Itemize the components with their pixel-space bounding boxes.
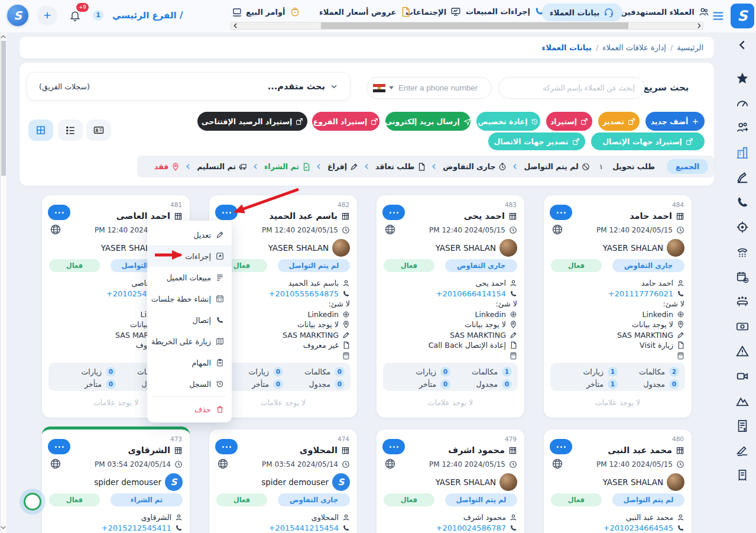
card-menu-button[interactable]: [550, 205, 572, 220]
menu-item-customer-sales[interactable]: مبيعات العميل: [147, 267, 232, 288]
pos-terminal-icon[interactable]: [232, 7, 242, 18]
advanced-search-box[interactable]: بحث متقدم... (سجلات الفريق): [27, 72, 351, 101]
stage-lost[interactable]: فقد: [154, 162, 180, 171]
nav-item-meetings[interactable]: الإجتماعات: [405, 7, 461, 17]
export-contacts-button[interactable]: تصدير جهات الاتصال: [488, 133, 585, 150]
import-contacts-button[interactable]: إستيراد جهات الإتصال: [591, 133, 705, 150]
stage-badge[interactable]: جارى التفاوض: [278, 493, 350, 506]
grid-view-button[interactable]: [28, 119, 53, 141]
list-view-button[interactable]: [58, 119, 83, 141]
menu-item-call[interactable]: إتصال: [147, 309, 232, 331]
page-vertical-scrollbar[interactable]: [0, 33, 7, 533]
nav-item-customer-quotes[interactable]: عروض أسعار العملاء: [319, 7, 411, 17]
card-menu-button[interactable]: [48, 205, 70, 220]
menu-item-map-visit[interactable]: زيارة على الخريطة: [147, 331, 232, 352]
globe-icon[interactable]: [384, 458, 396, 470]
nav-item-sales-actions[interactable]: إجراءات المبيعات: [466, 7, 544, 16]
globe-icon[interactable]: [551, 224, 563, 235]
stage-negotiating[interactable]: جارى التفاوض: [443, 162, 507, 171]
desk-lamp-icon[interactable]: [736, 171, 749, 184]
stage-not-contacted[interactable]: لم يتم التواصل: [524, 162, 589, 171]
export-button[interactable]: تصدير: [598, 112, 640, 131]
nav-item-targeted-customers[interactable]: العملاء المستهدفين: [621, 7, 709, 17]
scroll-down-icon[interactable]: [0, 524, 7, 531]
company-avatar[interactable]: S: [7, 5, 28, 26]
stage-delivered[interactable]: تم التسليم: [197, 162, 247, 171]
target-icon[interactable]: [736, 221, 749, 234]
scroll-up-icon[interactable]: [0, 33, 7, 41]
card-menu-button[interactable]: [382, 205, 405, 220]
stage-badge[interactable]: جارى التفاوض: [445, 259, 517, 272]
stage-contract-request[interactable]: طلب تعاقد: [375, 162, 426, 171]
add-new-button[interactable]: أضف جديد: [645, 112, 705, 131]
import-button[interactable]: إستيراد: [546, 112, 592, 131]
globe-icon[interactable]: [384, 224, 396, 235]
import-opening-balance-button[interactable]: إستيراد الرصيد الإفتتاحى: [197, 112, 307, 131]
phone-number[interactable]: +2015441215454: [269, 524, 339, 532]
phone-number[interactable]: +2010234664545: [603, 524, 673, 532]
menu-item-actions[interactable]: إجراءات: [147, 245, 232, 267]
menu-item-delete[interactable]: حذف: [147, 399, 232, 420]
phone-number[interactable]: +201117776021: [608, 289, 673, 298]
stage-emptying[interactable]: إفراغ: [327, 162, 358, 171]
card-menu-button[interactable]: [382, 439, 405, 454]
phone-number[interactable]: +2010666414154: [436, 289, 506, 298]
cash-icon[interactable]: [736, 320, 749, 333]
building-icon[interactable]: [736, 146, 749, 159]
nav-item-customer-data[interactable]: بيانات العملاء: [541, 4, 622, 21]
nav-scroll-left-icon[interactable]: [232, 22, 239, 30]
flag-dropdown-caret-icon[interactable]: [389, 86, 394, 89]
nav-scroll-right-icon[interactable]: [695, 22, 703, 30]
globe-icon[interactable]: [551, 458, 563, 470]
stage-badge[interactable]: جارى التفاوض: [612, 259, 684, 272]
card-menu-button[interactable]: [550, 439, 572, 454]
breadcrumb-home[interactable]: الرئيسية: [677, 43, 703, 52]
video-camera-icon[interactable]: [736, 370, 749, 383]
advanced-search-label[interactable]: بحث متقدم...: [268, 82, 325, 91]
signature-pen-icon[interactable]: [736, 444, 749, 457]
floating-action-button[interactable]: [24, 493, 41, 511]
phone-number[interactable]: +2010024586787: [436, 524, 506, 532]
gauge-icon[interactable]: [736, 96, 749, 109]
stage-transfer-request[interactable]: طلب تحويل: [612, 162, 655, 171]
stage-all[interactable]: الجميع: [667, 159, 708, 174]
user-arrows-icon[interactable]: [736, 121, 749, 134]
calendar-plus-icon[interactable]: [736, 270, 749, 283]
company-search-input[interactable]: [498, 77, 645, 99]
stage-purchased[interactable]: تم الشراء: [264, 162, 310, 171]
invoice-dollar-icon[interactable]: [736, 419, 749, 432]
menu-item-tasks[interactable]: المهام: [147, 352, 232, 373]
card-menu-button[interactable]: [215, 205, 238, 220]
stage-badge[interactable]: تم الشراء: [111, 493, 183, 506]
meeting-group-icon[interactable]: [736, 295, 749, 308]
breadcrumb-section[interactable]: إدارة علاقات العملاء: [602, 43, 666, 52]
app-logo[interactable]: S: [731, 4, 754, 28]
notifications-button[interactable]: +9: [66, 7, 84, 24]
page-scrollbar-thumb[interactable]: [1, 41, 6, 176]
stage-badge[interactable]: لم يتم التواصل: [612, 493, 684, 506]
chevron-left-icon[interactable]: [736, 38, 749, 51]
menu-item-history[interactable]: السجل: [147, 373, 232, 395]
reassign-button[interactable]: إعادة تخصيص: [476, 112, 540, 131]
phone-call-icon[interactable]: [736, 196, 749, 209]
menu-item-edit[interactable]: تعديل: [147, 224, 232, 245]
send-email-button[interactable]: إرسال بريد إلكترونى: [385, 112, 471, 131]
add-quick-button[interactable]: [37, 5, 57, 25]
menu-item-session-plan[interactable]: إنشاء خطة جلسات: [147, 288, 232, 309]
nav-item-sales-orders[interactable]: أوامر البيع: [246, 7, 300, 17]
stage-badge[interactable]: لم يتم التواصل: [445, 493, 517, 506]
branch-label[interactable]: الفرع الرئيسي /: [112, 10, 183, 21]
receipt-coin-icon[interactable]: [736, 469, 749, 482]
nav-scrollbar-thumb[interactable]: [321, 22, 628, 29]
star-icon[interactable]: [736, 72, 749, 85]
warning-triangle-icon[interactable]: [736, 345, 749, 358]
card-view-button[interactable]: [86, 119, 111, 141]
mountain-icon[interactable]: [736, 395, 749, 408]
import-branches-button[interactable]: إستيراد الفروع: [312, 112, 379, 131]
card-menu-button[interactable]: [48, 439, 70, 454]
phone-search-field[interactable]: [366, 77, 492, 99]
egypt-flag-icon[interactable]: [373, 84, 385, 92]
menu-toggle-icon[interactable]: [712, 9, 725, 22]
phone-number[interactable]: +2010555654875: [269, 289, 339, 298]
globe-icon[interactable]: [50, 458, 61, 470]
